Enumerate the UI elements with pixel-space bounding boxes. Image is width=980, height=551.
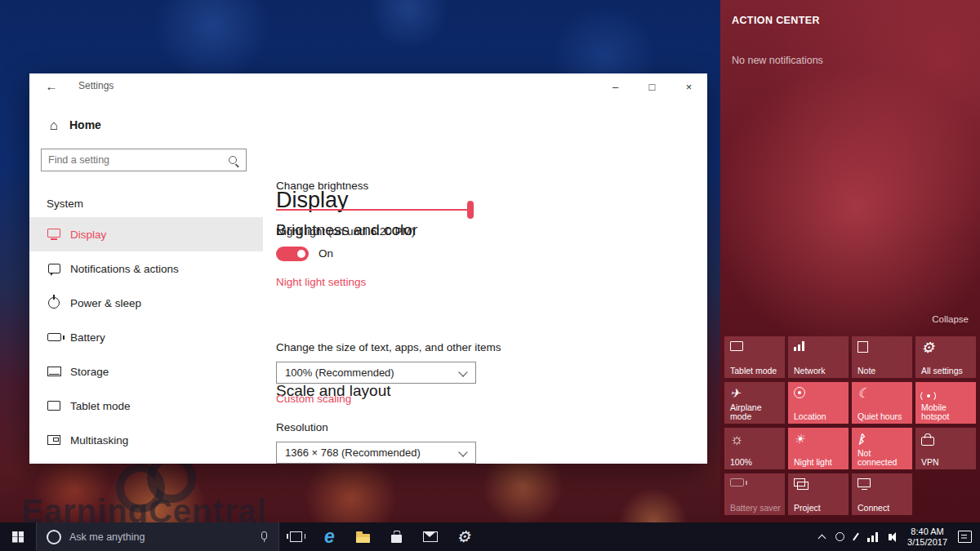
clock-time: 8:40 AM <box>907 527 947 537</box>
settings-content: Display Brightness and color Change brig… <box>276 73 707 464</box>
chevron-up-icon <box>818 534 826 542</box>
quick-action-airplane-mode[interactable]: Airplane mode <box>724 382 785 424</box>
resolution-dropdown[interactable]: 1366 × 768 (Recommended) <box>276 442 476 464</box>
multitasking-icon <box>47 435 61 445</box>
collapse-link[interactable]: Collapse <box>932 314 969 324</box>
settings-window: Settings – □ × Home System DisplayNotifi… <box>29 73 707 464</box>
notifications-icon <box>47 264 61 273</box>
settings-search-box[interactable] <box>41 149 247 171</box>
scale-dropdown[interactable]: 100% (Recommended) <box>276 362 476 384</box>
quick-action-bluetooth[interactable]: Not connected <box>852 428 912 469</box>
sidebar-item-label: Multitasking <box>70 434 128 447</box>
night-light-settings-link[interactable]: Night light settings <box>276 276 366 288</box>
tray-tray-circle[interactable] <box>835 532 844 541</box>
action-center-title: ACTION CENTER <box>732 15 820 26</box>
custom-scaling-link[interactable]: Custom scaling <box>276 393 351 405</box>
quick-action-label: Note <box>858 367 910 375</box>
mail-icon <box>423 531 438 542</box>
cortana-icon <box>47 530 61 544</box>
signal-icon <box>867 532 878 542</box>
sidebar-item-storage[interactable]: Storage <box>29 354 263 389</box>
tray-pen[interactable] <box>855 532 857 541</box>
tray-circle-icon <box>835 532 844 541</box>
sidebar-item-label: Notifications & actions <box>70 263 179 275</box>
action-center-panel: ACTION CENTER No new notifications Colla… <box>720 0 980 522</box>
quick-action-label: Mobile hotspot <box>921 403 973 421</box>
back-arrow-icon <box>46 79 58 94</box>
taskbar: 8:40 AM 3/15/2017 <box>0 522 980 551</box>
action-center-tray-button[interactable] <box>958 531 972 543</box>
airplane-mode-icon <box>730 387 746 401</box>
sidebar-item-multitasking[interactable]: Multitasking <box>29 423 263 457</box>
sidebar-item-label: Storage <box>70 366 109 378</box>
taskbar-app-mail[interactable] <box>413 522 447 551</box>
quick-action-tablet-mode[interactable]: Tablet mode <box>724 336 785 378</box>
quick-action-project[interactable]: Project <box>788 473 849 515</box>
task-view-icon <box>290 531 302 542</box>
settings-search-input[interactable] <box>42 149 246 171</box>
night-light-state: On <box>318 247 333 260</box>
quick-actions-grid: Tablet modeNetworkNoteAll settingsAirpla… <box>724 336 976 515</box>
window-title: Settings <box>78 80 114 91</box>
brightness-label: Change brightness <box>276 180 368 192</box>
quick-action-network[interactable]: Network <box>788 336 849 378</box>
quick-action-label: Battery saver <box>730 504 782 513</box>
sidebar-item-notifications[interactable]: Notifications & actions <box>29 251 263 286</box>
tablet-mode-icon <box>730 341 746 355</box>
cortana-search-input[interactable] <box>37 522 278 551</box>
taskbar-app-edge[interactable] <box>313 522 346 551</box>
tray-chevron-up[interactable] <box>819 533 825 541</box>
network-icon <box>794 341 810 355</box>
bluetooth-icon <box>858 433 874 447</box>
tray-signal[interactable] <box>867 532 878 542</box>
taskbar-clock[interactable]: 8:40 AM 3/15/2017 <box>907 527 947 548</box>
microphone-icon[interactable] <box>261 531 267 540</box>
quick-action-location[interactable]: Location <box>788 382 849 424</box>
sidebar-item-battery[interactable]: Battery <box>29 320 263 354</box>
quick-action-night-light[interactable]: Night light <box>788 428 849 469</box>
cortana-search-box[interactable] <box>36 522 279 551</box>
resolution-dropdown-value: 1366 × 768 (Recommended) <box>285 447 421 459</box>
quick-action-note[interactable]: Note <box>852 336 912 378</box>
vpn-icon <box>921 433 938 447</box>
chevron-down-icon <box>458 367 467 376</box>
quick-action-vpn[interactable]: VPN <box>915 428 976 469</box>
sidebar-item-power-sleep[interactable]: Power & sleep <box>29 286 263 320</box>
back-button[interactable] <box>36 73 67 100</box>
sidebar-item-home[interactable]: Home <box>29 110 263 140</box>
home-icon <box>47 118 61 132</box>
project-icon <box>794 478 810 492</box>
quick-action-battery-saver[interactable]: Battery saver <box>724 473 785 515</box>
quick-action-label: Tablet mode <box>730 367 782 375</box>
taskbar-app-file-explorer[interactable] <box>346 522 380 551</box>
quick-action-quiet-hours[interactable]: Quiet hours <box>852 382 912 424</box>
store-icon <box>391 535 402 543</box>
sidebar-section-label: System <box>47 198 83 210</box>
tray-volume[interactable] <box>889 534 897 540</box>
taskbar-app-task-view[interactable] <box>279 522 313 551</box>
quick-action-label: Quiet hours <box>858 412 910 421</box>
quick-action-label: Not connected <box>858 449 910 467</box>
taskbar-app-store[interactable] <box>380 522 413 551</box>
quick-action-all-settings[interactable]: All settings <box>915 336 976 378</box>
brightness-slider[interactable] <box>276 201 474 219</box>
slider-thumb[interactable] <box>467 201 474 219</box>
quick-action-connect[interactable]: Connect <box>852 473 912 515</box>
sidebar-item-label: Tablet mode <box>70 400 131 412</box>
quick-action-brightness[interactable]: 100% <box>724 428 785 469</box>
search-icon <box>229 156 237 164</box>
sidebar-item-label: Power & sleep <box>70 297 141 309</box>
pen-icon <box>853 532 859 540</box>
start-button[interactable] <box>0 522 36 551</box>
night-light-toggle[interactable] <box>276 247 309 261</box>
quick-action-mobile-hotspot[interactable]: Mobile hotspot <box>915 382 976 424</box>
home-label: Home <box>69 118 101 131</box>
sidebar-item-tablet-mode[interactable]: Tablet mode <box>29 389 263 423</box>
quick-action-label: VPN <box>921 458 973 467</box>
toggle-knob <box>297 250 305 258</box>
sidebar-item-display[interactable]: Display <box>29 217 263 251</box>
taskbar-app-settings[interactable] <box>447 522 480 551</box>
quick-action-label: Location <box>794 412 846 421</box>
night-light-label: Night light (on until 6:20 PM) <box>276 225 415 238</box>
connect-icon <box>858 478 874 492</box>
